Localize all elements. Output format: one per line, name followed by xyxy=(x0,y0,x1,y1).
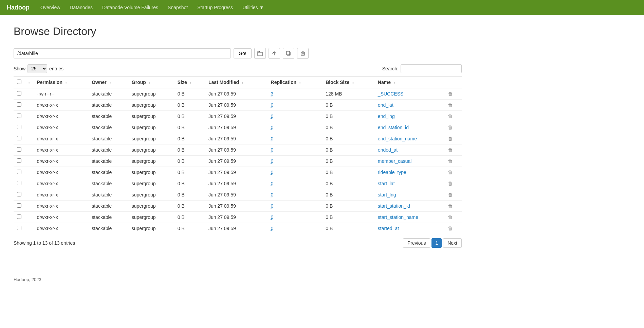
row-block-size: 0 B xyxy=(322,223,374,234)
replication-link[interactable]: 0 xyxy=(271,125,274,130)
delete-icon[interactable]: 🗑 xyxy=(448,147,453,153)
nav-overview[interactable]: Overview xyxy=(36,1,64,14)
name-link[interactable]: ended_at xyxy=(378,147,398,153)
name-link[interactable]: start_lat xyxy=(378,181,395,186)
delete-icon[interactable]: 🗑 xyxy=(448,170,453,175)
delete-icon[interactable]: 🗑 xyxy=(448,91,453,97)
row-checkbox[interactable] xyxy=(17,226,21,230)
delete-icon[interactable]: 🗑 xyxy=(448,181,453,186)
nav-datanodes[interactable]: Datanodes xyxy=(66,1,97,14)
name-link[interactable]: end_station_name xyxy=(378,136,417,141)
row-block-size: 0 B xyxy=(322,144,374,156)
replication-link[interactable]: 0 xyxy=(271,136,274,141)
name-link[interactable]: start_lng xyxy=(378,192,396,197)
row-checkbox[interactable] xyxy=(17,192,21,196)
row-checkbox[interactable] xyxy=(17,214,21,219)
nav-snapshot[interactable]: Snapshot xyxy=(164,1,192,14)
name-link[interactable]: start_station_id xyxy=(378,203,410,209)
replication-link[interactable]: 0 xyxy=(271,226,274,231)
replication-link[interactable]: 3 xyxy=(271,91,274,97)
row-size: 0 B xyxy=(174,144,205,156)
row-checkbox[interactable] xyxy=(17,147,21,152)
name-link[interactable]: _SUCCESS xyxy=(378,91,403,97)
block-size-sort-icon: ↕ xyxy=(352,81,354,85)
delete-icon[interactable]: 🗑 xyxy=(448,192,453,197)
row-permission: drwxr-xr-x xyxy=(34,144,89,156)
nav-utilities-dropdown[interactable]: Utilities ▼ xyxy=(238,1,268,14)
folder-icon-btn[interactable] xyxy=(254,48,266,59)
row-permission: drwxr-xr-x xyxy=(34,178,89,189)
delete-icon[interactable]: 🗑 xyxy=(448,214,453,220)
up-icon-btn[interactable] xyxy=(269,48,280,59)
row-checkbox[interactable] xyxy=(17,170,21,174)
th-block-size[interactable]: Block Size ↕ xyxy=(322,77,374,88)
th-replication[interactable]: Replication ↕ xyxy=(268,77,323,88)
name-link[interactable]: start_station_name xyxy=(378,214,418,220)
table-row: drwxr-xr-x stackable supergroup 0 B Jun … xyxy=(14,111,462,122)
row-checkbox[interactable] xyxy=(17,114,21,118)
row-group: supergroup xyxy=(128,122,174,133)
row-size: 0 B xyxy=(174,167,205,178)
row-checkbox[interactable] xyxy=(17,158,21,163)
delete-icon[interactable]: 🗑 xyxy=(448,158,453,164)
th-owner[interactable]: Owner ↕ xyxy=(88,77,128,88)
row-arrow-cell xyxy=(25,201,34,212)
name-link[interactable]: rideable_type xyxy=(378,170,406,175)
th-group[interactable]: Group ↕ xyxy=(128,77,174,88)
paste-icon-btn[interactable] xyxy=(297,48,309,59)
delete-icon[interactable]: 🗑 xyxy=(448,102,453,108)
nav-datanode-volume-failures[interactable]: Datanode Volume Failures xyxy=(98,1,162,14)
replication-link[interactable]: 0 xyxy=(271,181,274,186)
row-name: end_station_name xyxy=(374,133,445,144)
delete-icon[interactable]: 🗑 xyxy=(448,136,453,141)
row-group: supergroup xyxy=(128,201,174,212)
delete-icon[interactable]: 🗑 xyxy=(448,203,453,209)
next-button[interactable]: Next xyxy=(443,238,462,248)
row-replication: 0 xyxy=(268,111,323,122)
replication-link[interactable]: 0 xyxy=(271,102,274,108)
row-size: 0 B xyxy=(174,88,205,100)
row-checkbox[interactable] xyxy=(17,102,21,107)
navbar-brand[interactable]: Hadoop xyxy=(7,4,30,11)
row-checkbox[interactable] xyxy=(17,91,21,96)
delete-icon[interactable]: 🗑 xyxy=(448,125,453,130)
name-link[interactable]: member_casual xyxy=(378,158,412,164)
row-permission: drwxr-xr-x xyxy=(34,223,89,234)
row-checkbox[interactable] xyxy=(17,136,21,140)
delete-icon[interactable]: 🗑 xyxy=(448,226,453,231)
search-input[interactable] xyxy=(401,64,462,73)
th-permission[interactable]: Permission ↕ xyxy=(34,77,89,88)
th-size[interactable]: Size ↕ xyxy=(174,77,205,88)
table-header-row: ↕ Permission ↕ Owner ↕ Group ↕ Size ↕ xyxy=(14,77,462,88)
previous-button[interactable]: Previous xyxy=(403,238,430,248)
row-last-modified: Jun 27 09:59 xyxy=(205,212,268,223)
current-page[interactable]: 1 xyxy=(431,238,442,248)
entries-select[interactable]: 10 25 50 100 xyxy=(27,64,47,73)
replication-link[interactable]: 0 xyxy=(271,158,274,164)
replication-link[interactable]: 0 xyxy=(271,170,274,175)
replication-link[interactable]: 0 xyxy=(271,203,274,209)
row-name: end_lng xyxy=(374,111,445,122)
th-name[interactable]: Name ↕ xyxy=(374,77,445,88)
row-checkbox[interactable] xyxy=(17,181,21,185)
nav-startup-progress[interactable]: Startup Progress xyxy=(193,1,237,14)
footer-text: Hadoop, 2023. xyxy=(14,277,42,282)
name-link[interactable]: end_station_id xyxy=(378,125,409,130)
delete-icon[interactable]: 🗑 xyxy=(448,114,453,119)
name-link[interactable]: end_lng xyxy=(378,114,395,119)
th-last-modified[interactable]: Last Modified ↕ xyxy=(205,77,268,88)
name-link[interactable]: started_at xyxy=(378,226,399,231)
select-all-checkbox[interactable] xyxy=(17,80,21,84)
go-button[interactable]: Go! xyxy=(234,48,252,58)
replication-link[interactable]: 0 xyxy=(271,114,274,119)
copy-icon-btn[interactable] xyxy=(283,48,294,59)
name-link[interactable]: end_lat xyxy=(378,102,393,108)
row-permission: drwxr-xr-x xyxy=(34,122,89,133)
svg-rect-2 xyxy=(301,52,305,55)
replication-link[interactable]: 0 xyxy=(271,147,274,153)
row-checkbox[interactable] xyxy=(17,203,21,208)
replication-link[interactable]: 0 xyxy=(271,214,274,220)
replication-link[interactable]: 0 xyxy=(271,192,274,197)
path-input[interactable] xyxy=(14,48,231,58)
row-checkbox[interactable] xyxy=(17,125,21,129)
